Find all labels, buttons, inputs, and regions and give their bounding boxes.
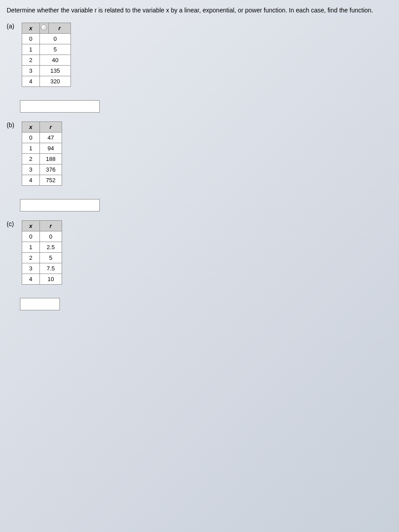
table-row: x r bbox=[22, 23, 70, 34]
cell-x: 2 bbox=[22, 154, 39, 164]
table-a: x r 0 0 1 5 2 40 3 135 4 320 bbox=[22, 23, 71, 87]
table-c: x r 0 0 1 2.5 2 5 3 7.5 4 10 bbox=[22, 220, 62, 285]
table-header-r: r bbox=[48, 23, 70, 34]
section-c: (c) x r 0 0 1 2.5 2 5 3 7.5 bbox=[7, 220, 392, 291]
table-row: 0 47 bbox=[22, 133, 62, 143]
table-row: 0 0 bbox=[22, 231, 62, 242]
section-b: (b) x r 0 47 1 94 2 188 3 376 bbox=[7, 121, 392, 192]
table-row: x r bbox=[22, 221, 62, 231]
section-c-label: (c) bbox=[7, 220, 20, 227]
circle-icon bbox=[41, 24, 47, 31]
answer-input-a[interactable] bbox=[20, 100, 100, 113]
table-row: 4 752 bbox=[22, 175, 62, 186]
cell-r: 320 bbox=[39, 76, 70, 87]
table-header-r: r bbox=[39, 221, 62, 231]
table-row: 2 40 bbox=[22, 55, 70, 66]
table-row: 3 376 bbox=[22, 164, 62, 175]
table-b: x r 0 47 1 94 2 188 3 376 4 752 bbox=[22, 121, 62, 186]
cell-r: 135 bbox=[39, 66, 70, 76]
table-header-r: r bbox=[39, 122, 62, 133]
table-row: 1 5 bbox=[22, 44, 70, 55]
answer-input-b[interactable] bbox=[20, 199, 100, 211]
cell-x: 4 bbox=[22, 76, 39, 87]
table-header-x: x bbox=[22, 221, 39, 231]
section-b-label: (b) bbox=[7, 121, 20, 129]
cell-r: 5 bbox=[39, 44, 70, 55]
table-row: 3 7.5 bbox=[22, 263, 62, 274]
cell-x: 1 bbox=[22, 44, 39, 55]
cell-x: 4 bbox=[22, 175, 39, 186]
table-row: 0 0 bbox=[22, 34, 70, 44]
cell-x: 3 bbox=[22, 164, 39, 175]
table-row: 1 94 bbox=[22, 143, 62, 154]
cell-r: 188 bbox=[39, 154, 62, 164]
cell-x: 1 bbox=[22, 242, 39, 253]
question-text: Determine whether the variable r is rela… bbox=[7, 7, 392, 14]
cell-r: 0 bbox=[39, 34, 70, 44]
cell-r: 94 bbox=[39, 143, 62, 154]
answer-input-c[interactable] bbox=[20, 298, 60, 310]
cell-r: 0 bbox=[39, 231, 62, 242]
cell-x: 4 bbox=[22, 274, 39, 285]
table-header-x: x bbox=[22, 23, 39, 34]
table-row: 4 320 bbox=[22, 76, 70, 87]
cell-x: 3 bbox=[22, 66, 39, 76]
cell-r: 40 bbox=[39, 55, 70, 66]
section-a: (a) x r 0 0 1 5 2 40 3 135 bbox=[7, 23, 392, 94]
cell-r: 5 bbox=[39, 253, 62, 263]
table-row: 3 135 bbox=[22, 66, 70, 76]
cell-r: 2.5 bbox=[39, 242, 62, 253]
section-a-label: (a) bbox=[7, 23, 20, 30]
table-row: 2 5 bbox=[22, 253, 62, 263]
cell-x: 0 bbox=[22, 34, 39, 44]
table-row: x r bbox=[22, 122, 62, 133]
cell-r: 752 bbox=[39, 175, 62, 186]
cell-r: 10 bbox=[39, 274, 62, 285]
cell-x: 3 bbox=[22, 263, 39, 274]
cell-r: 47 bbox=[39, 133, 62, 143]
cell-r: 376 bbox=[39, 164, 62, 175]
cell-x: 2 bbox=[22, 253, 39, 263]
table-row: 2 188 bbox=[22, 154, 62, 164]
table-row: 1 2.5 bbox=[22, 242, 62, 253]
cell-x: 0 bbox=[22, 231, 39, 242]
table-header-x: x bbox=[22, 122, 39, 133]
cell-x: 1 bbox=[22, 143, 39, 154]
cell-r: 7.5 bbox=[39, 263, 62, 274]
cell-x: 0 bbox=[22, 133, 39, 143]
table-header-icon bbox=[39, 23, 48, 34]
cell-x: 2 bbox=[22, 55, 39, 66]
table-row: 4 10 bbox=[22, 274, 62, 285]
